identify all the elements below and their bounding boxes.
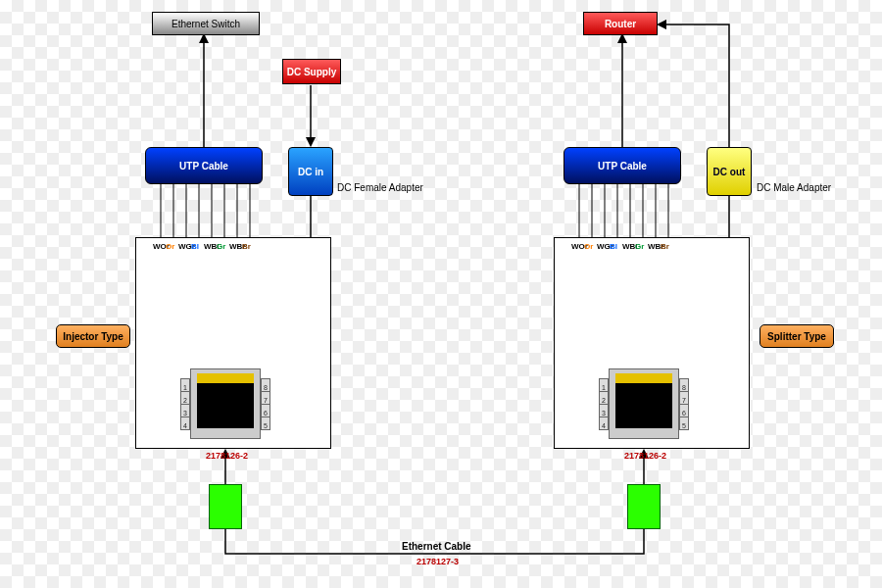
pin: 2 (599, 391, 609, 405)
pin: 5 (679, 416, 689, 430)
dc-in-label: DC in (298, 167, 323, 177)
utp-cable-right: UTP Cable (564, 147, 681, 184)
pin: 3 (180, 404, 190, 417)
dc-out-box: DC out (707, 147, 752, 196)
plug-right (627, 484, 661, 529)
injector-type-tag: Injector Type (56, 324, 130, 348)
wire-label: Or (166, 242, 174, 251)
wire-label: Br (661, 242, 669, 251)
pin: 5 (261, 416, 270, 430)
part-left: 2178126-2 (206, 451, 248, 461)
wire-label: Or (584, 242, 593, 251)
dc-in-box: DC in (288, 147, 333, 196)
dc-out-label: DC out (713, 167, 746, 177)
pin: 1 (599, 378, 609, 392)
part-right: 2178126-2 (624, 451, 666, 461)
injector-label: Injector Type (63, 331, 123, 342)
wire-label: Bl (610, 242, 617, 251)
wiring-lines (0, 0, 882, 588)
wire-label: Bl (191, 242, 199, 251)
pin: 4 (599, 416, 609, 430)
router-box: Router (583, 12, 658, 35)
utp-cable-left: UTP Cable (145, 147, 263, 184)
rj45-left (190, 368, 261, 439)
utp-right-label: UTP Cable (598, 161, 647, 172)
ethernet-switch-box: Ethernet Switch (152, 12, 260, 35)
wire-label: Gr (217, 242, 225, 251)
wire-label: Br (242, 242, 251, 251)
pin: 7 (261, 391, 270, 405)
splitter-type-tag: Splitter Type (760, 324, 834, 348)
utp-left-label: UTP Cable (179, 161, 228, 172)
ethernet-switch-label: Ethernet Switch (172, 19, 240, 29)
pin: 3 (599, 404, 609, 417)
pin: 8 (261, 378, 270, 392)
pin: 7 (679, 391, 689, 405)
pin: 8 (679, 378, 689, 392)
wire-label: Gr (635, 242, 644, 251)
plug-left (209, 484, 242, 529)
pin: 4 (180, 416, 190, 430)
rj45-right (609, 368, 679, 439)
dc-female-label: DC Female Adapter (337, 182, 423, 193)
dc-supply-label: DC Supply (287, 67, 337, 77)
pin: 2 (180, 391, 190, 405)
pin: 6 (679, 404, 689, 417)
ethernet-cable-label: Ethernet Cable (402, 541, 471, 552)
dc-supply-box: DC Supply (282, 59, 341, 84)
pin: 6 (261, 404, 270, 417)
pin: 1 (180, 378, 190, 392)
dc-male-label: DC Male Adapter (757, 182, 831, 193)
router-label: Router (605, 19, 636, 29)
splitter-label: Splitter Type (767, 331, 826, 342)
part-cable: 2178127-3 (416, 557, 459, 566)
